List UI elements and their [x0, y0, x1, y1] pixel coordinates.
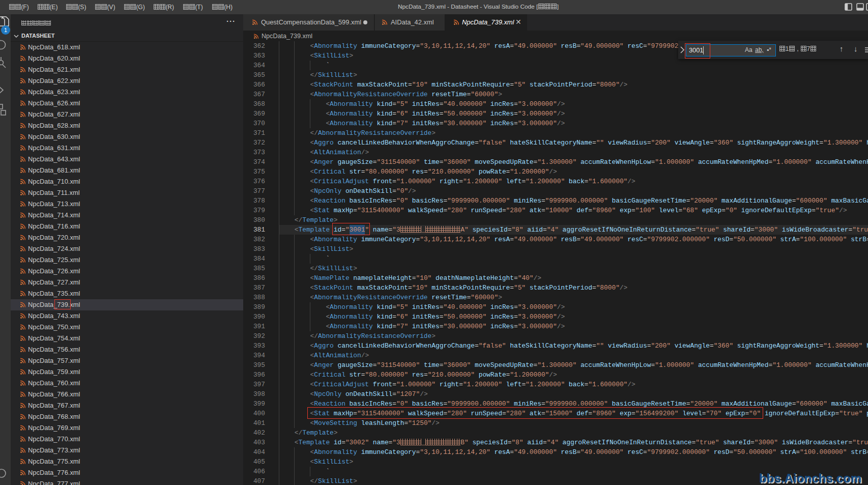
svg-text:1: 1 [4, 27, 7, 33]
